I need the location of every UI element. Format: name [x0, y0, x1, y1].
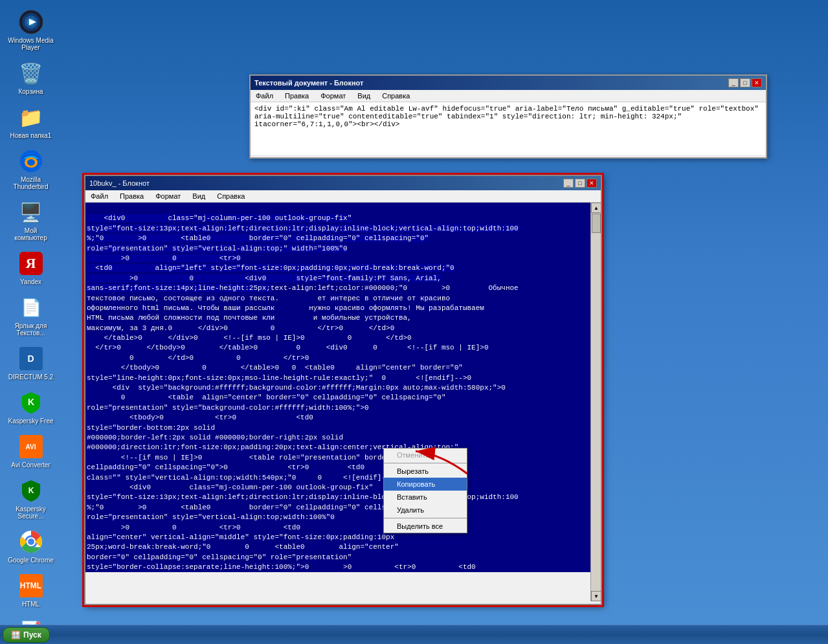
svg-text:K: K — [27, 397, 34, 407]
start-button[interactable]: 🪟 Пуск — [3, 627, 50, 643]
notepad-main-menu-format[interactable]: Формат — [153, 192, 183, 201]
notepad-main-menu-file[interactable]: Файл — [88, 192, 111, 201]
desktop-icon-directum[interactable]: D DIRECTUM 5.2 — [6, 343, 55, 383]
notepad-main-menu-edit[interactable]: Правка — [117, 192, 146, 201]
notepad-bg-buttons: _ □ ✕ — [728, 78, 762, 87]
desktop-icon-shortcut[interactable]: 📄 Ярлык для Текстов... — [6, 292, 55, 339]
svg-text:K: K — [28, 486, 34, 495]
new-folder-icon: 📁 — [18, 104, 44, 130]
shortcut-icon: 📄 — [18, 294, 44, 320]
kaspersky-secure-label: Kaspersky Secure... — [8, 505, 54, 520]
context-menu-sep2 — [384, 518, 467, 518]
context-menu-paste[interactable]: Вставить — [384, 491, 467, 504]
taskbar: 🪟 Пуск — [0, 625, 828, 644]
notepad-bg-titlebar[interactable]: Текстовый документ - Блокнот _ □ ✕ — [251, 76, 766, 90]
notepad-background-window: Текстовый документ - Блокнот _ □ ✕ Файл … — [249, 74, 767, 159]
notepad-bg-minimize[interactable]: _ — [728, 78, 739, 87]
desktop-icon-kaspersky-free[interactable]: K Kaspersky Free — [6, 387, 55, 427]
scrollbar-up-btn[interactable]: ▲ — [591, 203, 601, 213]
desktop-icon-kaspersky-secure[interactable]: K Kaspersky Secure... — [6, 475, 55, 522]
notepad-main-title: 10bukv_ - Блокнот — [89, 179, 150, 187]
scrollbar-down-btn[interactable]: ▼ — [591, 591, 601, 601]
desktop-icon-avi-converter[interactable]: AVI Avi Converter — [6, 431, 55, 471]
notepad-bg-title: Текстовый документ - Блокнот — [254, 79, 363, 87]
yandex-label: Yandex — [8, 278, 54, 285]
new-folder-label: Новая папка1 — [8, 132, 54, 139]
my-computer-label: Мой компьютер — [8, 227, 54, 241]
desktop-icon-html[interactable]: HTML HTML — [6, 570, 55, 610]
notepad-bg-menubar: Файл Правка Формат Вид Справка — [251, 90, 766, 102]
kaspersky-free-label: Kaspersky Free — [8, 417, 54, 425]
context-menu-undo[interactable]: Отменить — [384, 449, 467, 461]
avi-converter-label: Avi Converter — [8, 461, 54, 469]
desktop-icon-area: Windows Media Player 🗑️ Корзина 📁 Новая … — [6, 6, 55, 644]
my-computer-icon: 🖥️ — [18, 199, 44, 225]
notepad-main-window: 10bukv_ - Блокнот _ □ ✕ Файл Правка Форм… — [84, 175, 602, 605]
notepad-bg-menu-view[interactable]: Вид — [355, 91, 373, 100]
thunderbird-label: Mozilla Thunderbird — [8, 176, 54, 190]
shortcut-label: Ярлык для Текстов... — [8, 322, 54, 337]
context-menu-copy[interactable]: Копировать — [384, 478, 467, 491]
notepad-bg-close[interactable]: ✕ — [752, 78, 762, 87]
notepad-bg-menu-edit[interactable]: Правка — [282, 91, 311, 100]
chrome-icon — [18, 529, 44, 555]
trash-label: Корзина — [8, 88, 54, 95]
desktop-icon-wmp[interactable]: Windows Media Player — [6, 6, 55, 54]
chrome-label: Google Chrome — [8, 557, 54, 564]
thunderbird-icon — [18, 148, 44, 174]
context-menu-cut[interactable]: Вырезать — [384, 465, 467, 478]
desktop-icon-trash[interactable]: 🗑️ Корзина — [6, 58, 55, 98]
html-label: HTML — [8, 601, 54, 608]
wmp-label: Windows Media Player — [8, 37, 54, 51]
avi-converter-icon: AVI — [18, 434, 44, 460]
notepad-main-menu-view[interactable]: Вид — [190, 192, 208, 201]
notepad-bg-content: <div id=":ki" class="Am Al editable Lw-a… — [251, 102, 766, 155]
notepad-main-maximize[interactable]: □ — [575, 179, 585, 188]
html-icon: HTML — [18, 573, 44, 599]
notepad-bg-menu-help[interactable]: Справка — [379, 91, 412, 100]
svg-point-7 — [27, 159, 35, 166]
context-menu: Отменить Вырезать Копировать Вставить Уд… — [383, 448, 467, 533]
scrollbar-thumb[interactable] — [592, 214, 601, 233]
kaspersky-free-icon: K — [18, 390, 44, 416]
scrollbar-vertical[interactable]: ▲ ▼ — [590, 203, 601, 601]
desktop-icon-yandex[interactable]: Я Yandex — [6, 248, 55, 288]
notepad-main-content[interactable]: <div0 class="mj-column-per-100 outlook-g… — [85, 203, 601, 572]
trash-icon: 🗑️ — [18, 60, 44, 86]
yandex-icon: Я — [18, 250, 44, 276]
notepad-bg-maximize[interactable]: □ — [740, 78, 750, 87]
svg-point-13 — [28, 539, 34, 545]
notepad-main-minimize[interactable]: _ — [563, 179, 574, 188]
desktop-icon-thunderbird[interactable]: Mozilla Thunderbird — [6, 146, 55, 193]
directum-icon: D — [18, 346, 44, 372]
desktop-icon-chrome[interactable]: Google Chrome — [6, 526, 55, 566]
notepad-main-titlebar[interactable]: 10bukv_ - Блокнот _ □ ✕ — [85, 176, 601, 190]
kaspersky-secure-icon: K — [18, 478, 44, 504]
start-icon: 🪟 — [11, 630, 21, 639]
context-menu-select-all[interactable]: Выделить все — [384, 520, 467, 533]
notepad-main-close[interactable]: ✕ — [587, 179, 597, 188]
notepad-bg-menu-file[interactable]: Файл — [253, 91, 276, 100]
desktop-icon-my-computer[interactable]: 🖥️ Мой компьютер — [6, 197, 55, 244]
notepad-main-buttons: _ □ ✕ — [563, 179, 597, 188]
directum-label: DIRECTUM 5.2 — [8, 373, 54, 381]
desktop: Windows Media Player 🗑️ Корзина 📁 Новая … — [0, 0, 828, 644]
notepad-main-menu-help[interactable]: Справка — [214, 192, 247, 201]
context-menu-sep1 — [384, 463, 467, 463]
notepad-bg-text: <div id=":ki" class="Am Al editable Lw-a… — [254, 105, 759, 128]
start-label: Пуск — [23, 630, 41, 639]
context-menu-delete[interactable]: Удалить — [384, 504, 467, 516]
notepad-main-menubar: Файл Правка Формат Вид Справка — [85, 190, 601, 203]
desktop-icon-new-folder[interactable]: 📁 Новая папка1 — [6, 102, 55, 142]
notepad-bg-menu-format[interactable]: Формат — [318, 91, 348, 100]
wmp-icon — [18, 9, 44, 35]
